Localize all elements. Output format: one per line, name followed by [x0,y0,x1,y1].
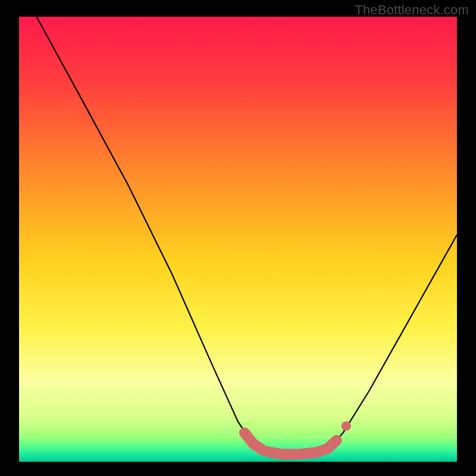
watermark-text: TheBottleneck.com [355,2,469,18]
bottleneck-chart [0,0,476,476]
chart-frame: TheBottleneck.com [0,0,476,476]
plot-background [19,17,457,462]
optimal-range-marker [342,421,351,431]
